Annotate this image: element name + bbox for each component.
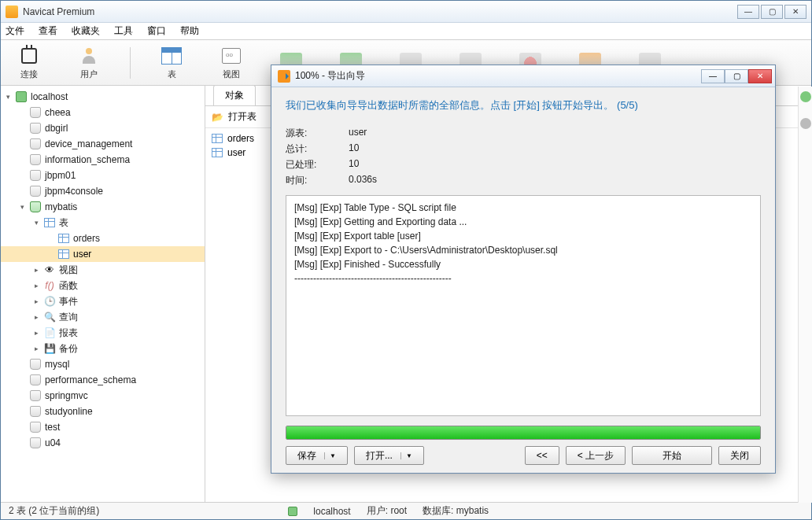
tree-tables-group[interactable]: ▾表 xyxy=(1,215,205,230)
dialog-headline: 我们已收集向导导出数据时所需的全部信息。点击 [开始] 按钮开始导出。 (5/5… xyxy=(286,98,761,112)
dialog-buttons: 保存 打开... << < 上一步 开始 关闭 xyxy=(286,446,761,465)
app-icon xyxy=(6,6,18,18)
right-panel-strip xyxy=(798,87,812,503)
tree-connection[interactable]: ▾ localhost xyxy=(1,89,205,105)
table-icon xyxy=(212,148,223,157)
statusbar: 2 表 (2 位于当前的组) localhost 用户: root 数据库: m… xyxy=(1,502,811,519)
status-connection: localhost xyxy=(313,506,350,517)
tree-events-group[interactable]: ▸🕒事件 xyxy=(1,293,205,309)
export-log[interactable]: [Msg] [Exp] Table Type - SQL script file… xyxy=(286,195,761,416)
open-button[interactable]: 打开... xyxy=(354,446,424,465)
toolbar-table[interactable]: 表 xyxy=(153,45,190,80)
expand-icon[interactable]: ▾ xyxy=(18,203,26,211)
progress-bar xyxy=(286,426,761,440)
strip-icon[interactable] xyxy=(800,118,811,129)
connection-icon xyxy=(288,507,297,516)
connection-icon xyxy=(16,91,27,102)
prev-button[interactable]: < 上一步 xyxy=(566,446,626,465)
toolbar-view[interactable]: 视图 xyxy=(212,45,250,80)
database-icon xyxy=(30,422,41,433)
user-icon xyxy=(81,48,97,64)
toolbar-user[interactable]: 用户 xyxy=(70,45,108,80)
tree-db[interactable]: dbgirl xyxy=(1,120,205,136)
dialog-body: 我们已收集向导导出数据时所需的全部信息。点击 [开始] 按钮开始导出。 (5/5… xyxy=(271,87,775,473)
tree-table-selected[interactable]: user xyxy=(1,246,205,262)
info-source-value: user xyxy=(349,127,761,140)
close-dialog-button[interactable]: 关闭 xyxy=(718,446,761,465)
collapse-icon[interactable]: ▸ xyxy=(32,313,40,321)
expand-icon[interactable]: ▾ xyxy=(32,219,40,227)
toolbar-connect[interactable]: 连接 xyxy=(10,45,48,80)
tree-db[interactable]: springmvc xyxy=(1,388,205,404)
plug-icon xyxy=(21,48,37,64)
tree-table[interactable]: orders xyxy=(1,230,205,246)
export-info: 源表:user 总计:10 已处理:10 时间:0.036s xyxy=(286,127,761,187)
maximize-button[interactable]: ▢ xyxy=(761,5,783,19)
dialog-title: 100% - 导出向导 xyxy=(295,69,701,83)
dialog-close-button[interactable]: ✕ xyxy=(748,69,772,83)
first-button[interactable]: << xyxy=(525,446,559,465)
collapse-icon[interactable]: ▸ xyxy=(32,329,40,337)
tree-db[interactable]: performance_schema xyxy=(1,372,205,388)
table-icon xyxy=(212,134,223,143)
expand-icon[interactable]: ▾ xyxy=(4,93,12,101)
save-button[interactable]: 保存 xyxy=(286,446,348,465)
menu-file[interactable]: 文件 xyxy=(6,24,24,38)
database-icon xyxy=(30,138,41,149)
menu-window[interactable]: 窗口 xyxy=(147,24,166,38)
titlebar: Navicat Premium — ▢ ✕ xyxy=(1,1,811,23)
menubar: 文件 查看 收藏夹 工具 窗口 帮助 xyxy=(1,23,811,40)
tree-db[interactable]: cheea xyxy=(1,105,205,120)
tree-db[interactable]: mysql xyxy=(1,356,205,372)
menu-view[interactable]: 查看 xyxy=(39,24,57,38)
tree-db-open[interactable]: ▾mybatis xyxy=(1,199,205,215)
database-open-icon xyxy=(30,201,41,212)
minimize-button[interactable]: — xyxy=(737,5,759,19)
tab-objects[interactable]: 对象 xyxy=(213,85,256,105)
close-button[interactable]: ✕ xyxy=(784,5,806,19)
dialog-minimize-button[interactable]: — xyxy=(701,69,725,83)
window-buttons: — ▢ ✕ xyxy=(737,5,806,19)
tree-db[interactable]: jbpm4console xyxy=(1,183,205,199)
info-source-label: 源表: xyxy=(286,127,349,140)
open-table-button[interactable]: 打开表 xyxy=(228,110,257,124)
tree-db[interactable]: u04 xyxy=(1,435,205,451)
app-title: Navicat Premium xyxy=(23,6,94,17)
table-group-icon xyxy=(44,218,55,227)
query-icon: 🔍 xyxy=(43,311,56,323)
dialog-maximize-button[interactable]: ▢ xyxy=(725,69,748,83)
tree-db[interactable]: information_schema xyxy=(1,152,205,168)
tree-db[interactable]: jbpm01 xyxy=(1,168,205,183)
database-icon xyxy=(30,437,41,448)
database-icon xyxy=(30,390,41,401)
database-icon xyxy=(30,154,41,165)
menu-favorites[interactable]: 收藏夹 xyxy=(72,24,100,38)
connection-tree[interactable]: ▾ localhost cheea dbgirl device_manageme… xyxy=(1,86,205,502)
menu-help[interactable]: 帮助 xyxy=(180,24,199,38)
progress-fill xyxy=(286,426,760,439)
tree-db[interactable]: test xyxy=(1,419,205,435)
table-icon xyxy=(161,47,182,65)
database-icon xyxy=(30,107,41,118)
info-total-value: 10 xyxy=(349,142,761,156)
database-icon xyxy=(30,359,41,370)
log-line: [Msg] [Exp] Export table [user] xyxy=(294,229,752,243)
tree-functions-group[interactable]: ▸f()函数 xyxy=(1,278,205,293)
tree-reports-group[interactable]: ▸📄报表 xyxy=(1,325,205,341)
collapse-icon[interactable]: ▸ xyxy=(32,266,40,274)
tree-db[interactable]: studyonline xyxy=(1,404,205,419)
tree-queries-group[interactable]: ▸🔍查询 xyxy=(1,309,205,325)
tree-db[interactable]: device_management xyxy=(1,136,205,152)
dialog-titlebar: 100% - 导出向导 — ▢ ✕ xyxy=(271,65,775,87)
table-icon xyxy=(58,249,69,259)
menu-tools[interactable]: 工具 xyxy=(114,24,133,38)
tree-views-group[interactable]: ▸👁视图 xyxy=(1,262,205,278)
collapse-icon[interactable]: ▸ xyxy=(32,282,40,290)
collapse-icon[interactable]: ▸ xyxy=(32,345,40,352)
tree-backup-group[interactable]: ▸💾备份 xyxy=(1,341,205,356)
strip-icon[interactable] xyxy=(800,91,811,102)
collapse-icon[interactable]: ▸ xyxy=(32,297,40,305)
open-table-icon: 📂 xyxy=(212,112,223,123)
start-button[interactable]: 开始 xyxy=(632,446,712,465)
log-line: [Msg] [Exp] Finished - Successfully xyxy=(294,257,752,271)
